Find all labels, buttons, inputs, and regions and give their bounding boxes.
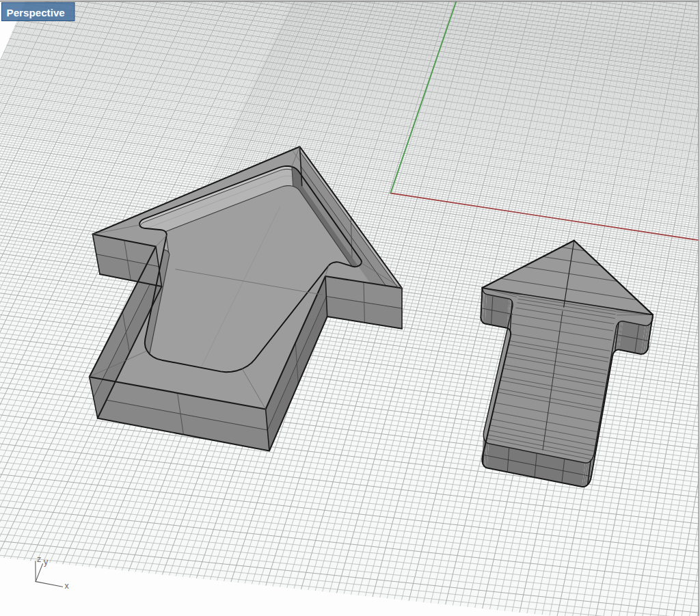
svg-text:z: z <box>37 554 41 564</box>
svg-text:x: x <box>65 581 70 591</box>
svg-text:Perspective: Perspective <box>7 7 65 18</box>
svg-text:y: y <box>44 557 49 567</box>
